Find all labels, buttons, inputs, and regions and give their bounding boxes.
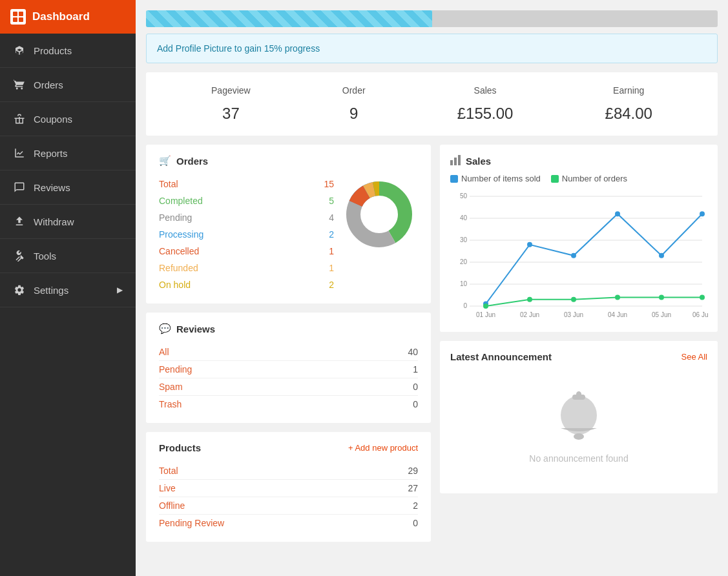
product-row[interactable]: Offline2 bbox=[159, 497, 418, 515]
sidebar-item-tools[interactable]: Tools bbox=[0, 239, 136, 273]
svg-point-33 bbox=[527, 242, 532, 247]
svg-text:20: 20 bbox=[460, 258, 468, 265]
legend-orders: Number of orders bbox=[551, 174, 627, 183]
product-label: Live bbox=[159, 483, 176, 493]
two-col-layout: 🛒 Orders Total15Completed5Pending4Proces… bbox=[146, 145, 718, 542]
order-value: 1 bbox=[329, 263, 334, 273]
stat-earning-value: £84.00 bbox=[605, 105, 652, 123]
review-label: Spam bbox=[159, 382, 183, 392]
no-announcement-text: No announcement found bbox=[529, 453, 628, 464]
svg-rect-11 bbox=[450, 160, 453, 165]
sales-svg-chart: 50 40 30 20 10 0 01 Jun 02 Jun 03 Jun 04… bbox=[450, 190, 709, 319]
order-label: On hold bbox=[159, 280, 191, 290]
products-card-header: Products + Add new product bbox=[159, 442, 418, 453]
cart-small-icon: 🛒 bbox=[159, 155, 171, 167]
order-value: 4 bbox=[329, 212, 334, 223]
comment-icon bbox=[13, 181, 26, 194]
bell-icon-wrap bbox=[553, 388, 605, 446]
svg-rect-12 bbox=[454, 158, 457, 165]
review-row[interactable]: Spam0 bbox=[159, 378, 418, 396]
product-row[interactable]: Pending Review0 bbox=[159, 515, 418, 531]
review-value: 1 bbox=[413, 364, 418, 375]
sidebar-item-label: Settings bbox=[34, 285, 68, 296]
stat-order-value: 9 bbox=[342, 105, 366, 123]
stat-earning-label: Earning bbox=[605, 85, 652, 96]
order-row[interactable]: Processing2 bbox=[159, 226, 334, 243]
sidebar-item-reviews[interactable]: Reviews bbox=[0, 170, 136, 205]
order-row[interactable]: Pending4 bbox=[159, 209, 334, 226]
svg-text:40: 40 bbox=[460, 214, 468, 221]
wrench-icon bbox=[13, 249, 26, 262]
svg-text:03 Jun: 03 Jun bbox=[564, 311, 583, 318]
add-product-link[interactable]: + Add new product bbox=[348, 443, 418, 453]
product-row[interactable]: Total29 bbox=[159, 462, 418, 480]
order-label: Pending bbox=[159, 212, 192, 223]
no-announcement: No announcement found bbox=[450, 369, 707, 483]
chart-icon bbox=[13, 147, 26, 159]
product-value: 2 bbox=[413, 500, 418, 511]
stat-pageview-label: Pageview bbox=[211, 85, 251, 96]
svg-point-38 bbox=[483, 303, 488, 309]
see-all-link[interactable]: See All bbox=[681, 352, 707, 362]
sidebar-header[interactable]: Dashboard bbox=[0, 0, 136, 34]
legend-label-items-sold: Number of items sold bbox=[461, 174, 541, 183]
svg-text:05 Jun: 05 Jun bbox=[652, 311, 671, 318]
product-label: Offline bbox=[159, 500, 185, 511]
review-row[interactable]: Pending1 bbox=[159, 361, 418, 378]
reviews-list: All40Pending1Spam0Trash0 bbox=[159, 344, 418, 413]
sidebar-item-settings[interactable]: Settings ▶ bbox=[0, 273, 136, 307]
review-label: Trash bbox=[159, 399, 182, 409]
product-value: 29 bbox=[408, 466, 418, 476]
order-row[interactable]: Refunded1 bbox=[159, 260, 334, 276]
products-card: Products + Add new product Total29Live27… bbox=[146, 432, 431, 542]
review-row[interactable]: All40 bbox=[159, 344, 418, 361]
product-label: Pending Review bbox=[159, 518, 224, 528]
order-value: 15 bbox=[324, 179, 334, 189]
order-row[interactable]: Cancelled1 bbox=[159, 243, 334, 260]
stat-sales: Sales £155.00 bbox=[457, 85, 514, 123]
order-row[interactable]: Completed5 bbox=[159, 192, 334, 209]
order-value: 1 bbox=[329, 246, 334, 256]
chevron-right-icon: ▶ bbox=[117, 285, 123, 294]
dashboard-icon bbox=[10, 9, 26, 25]
svg-text:10: 10 bbox=[460, 280, 468, 287]
sidebar: Dashboard Products Orders Coupons bbox=[0, 0, 136, 576]
product-row[interactable]: Live27 bbox=[159, 480, 418, 497]
legend-dot-green bbox=[551, 175, 559, 183]
sidebar-title: Dashboard bbox=[32, 10, 90, 23]
order-row[interactable]: Total15 bbox=[159, 176, 334, 192]
sidebar-item-withdraw[interactable]: Withdraw bbox=[0, 205, 136, 239]
announcement-header: Latest Announcement See All bbox=[450, 351, 707, 362]
profile-notice: Add Profile Picture to gain 15% progress bbox=[146, 34, 718, 63]
chart-legend: Number of items sold Number of orders bbox=[450, 174, 707, 183]
order-value: 2 bbox=[329, 280, 334, 290]
order-label: Processing bbox=[159, 229, 203, 240]
sidebar-nav: Products Orders Coupons Reports bbox=[0, 34, 136, 576]
sidebar-item-label: Products bbox=[34, 45, 72, 56]
sidebar-item-label: Reports bbox=[34, 148, 68, 159]
reviews-card: 💬 Reviews All40Pending1Spam0Trash0 bbox=[146, 313, 431, 423]
order-value: 5 bbox=[329, 196, 334, 206]
comment-small-icon: 💬 bbox=[159, 323, 171, 334]
sidebar-item-products[interactable]: Products bbox=[0, 34, 136, 68]
announcement-card: Latest Announcement See All No announce bbox=[440, 341, 718, 493]
sidebar-item-label: Withdraw bbox=[34, 216, 74, 227]
svg-point-37 bbox=[700, 211, 705, 216]
svg-rect-3 bbox=[19, 17, 23, 22]
stat-order: Order 9 bbox=[342, 85, 366, 123]
svg-rect-2 bbox=[13, 17, 17, 22]
cart-icon bbox=[13, 78, 26, 91]
sidebar-item-label: Tools bbox=[34, 251, 56, 262]
reviews-card-title: 💬 Reviews bbox=[159, 323, 418, 334]
announcement-title: Latest Announcement bbox=[450, 351, 552, 362]
sidebar-item-reports[interactable]: Reports bbox=[0, 136, 136, 170]
review-value: 40 bbox=[408, 347, 418, 357]
sidebar-item-coupons[interactable]: Coupons bbox=[0, 102, 136, 136]
svg-point-10 bbox=[369, 204, 390, 225]
sidebar-item-orders[interactable]: Orders bbox=[0, 68, 136, 102]
orders-list: Total15Completed5Pending4Processing2Canc… bbox=[159, 176, 334, 293]
svg-point-36 bbox=[659, 253, 664, 258]
orders-card: 🛒 Orders Total15Completed5Pending4Proces… bbox=[146, 145, 431, 303]
review-row[interactable]: Trash0 bbox=[159, 396, 418, 413]
order-row[interactable]: On hold2 bbox=[159, 276, 334, 293]
